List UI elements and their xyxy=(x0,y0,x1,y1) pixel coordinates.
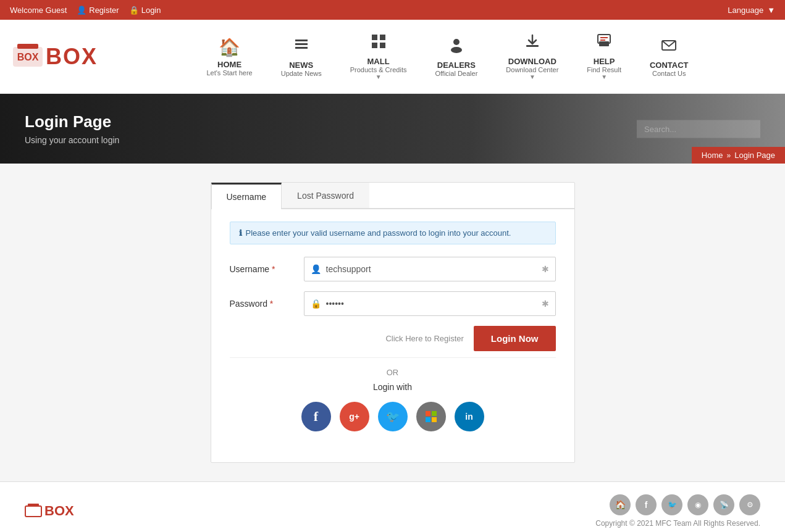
login-now-button[interactable]: Login Now xyxy=(474,326,556,351)
username-clear-icon: ✱ xyxy=(542,264,549,274)
search-input[interactable] xyxy=(637,120,760,138)
password-input[interactable] xyxy=(326,299,537,309)
svg-text:BOX: BOX xyxy=(17,52,39,62)
breadcrumb: Home » Login Page xyxy=(692,147,785,164)
footer: BOX 🏠 f 🐦 ◉ 📡 ⚙ Copyright © 2021 MFC Tea… xyxy=(0,481,785,532)
register-link[interactable]: Click Here to Register xyxy=(385,334,463,343)
user-icon: 👤 xyxy=(311,264,321,274)
linkedin-icon: in xyxy=(465,412,472,422)
news-icon xyxy=(293,36,310,58)
contact-icon xyxy=(660,36,678,58)
login-link[interactable]: 🔒 Login xyxy=(129,6,161,15)
svg-rect-3 xyxy=(295,39,308,41)
login-form: ℹ Please enter your valid username and p… xyxy=(211,209,574,462)
svg-rect-19 xyxy=(28,504,39,507)
form-actions: Click Here to Register Login Now xyxy=(230,326,556,351)
nav-news[interactable]: NEWS Update News xyxy=(270,31,333,82)
svg-rect-18 xyxy=(25,506,41,517)
register-link[interactable]: 👤 Register xyxy=(77,6,119,15)
footer-copyright: Copyright © 2021 MFC Team All Rights Res… xyxy=(595,519,760,528)
footer-twitter-btn[interactable]: 🐦 xyxy=(661,494,682,515)
svg-rect-1 xyxy=(17,44,38,49)
footer-rss-btn[interactable]: ◉ xyxy=(687,494,708,515)
svg-point-10 xyxy=(453,39,460,45)
home-icon: 🏠 xyxy=(219,37,240,57)
facebook-login-button[interactable]: f xyxy=(301,402,331,431)
nav-mall[interactable]: MALL Products & Credits ▼ xyxy=(339,28,418,85)
username-row: Username * 👤 ✱ xyxy=(230,257,556,281)
twitter-login-button[interactable]: 🐦 xyxy=(378,402,408,431)
or-divider: OR xyxy=(230,357,556,382)
nav-contact[interactable]: CONTACT Contact Us xyxy=(639,31,700,82)
login-container: Username Lost Password ℹ Please enter yo… xyxy=(211,182,575,463)
breadcrumb-current: Login Page xyxy=(734,151,775,160)
twitter-icon: 🐦 xyxy=(386,410,400,423)
password-clear-icon: ✱ xyxy=(542,299,549,309)
footer-facebook-btn[interactable]: f xyxy=(636,494,657,515)
microsoft-icon xyxy=(426,411,437,422)
facebook-icon: f xyxy=(314,409,318,425)
svg-rect-6 xyxy=(372,35,377,40)
username-required: * xyxy=(272,264,275,274)
social-icons: f g+ 🐦 in xyxy=(230,402,556,444)
main-content: Username Lost Password ℹ Please enter yo… xyxy=(0,164,785,481)
dealers-icon xyxy=(448,36,465,58)
svg-rect-12 xyxy=(526,45,539,47)
footer-feed-btn[interactable]: 📡 xyxy=(713,494,734,515)
svg-point-11 xyxy=(451,47,462,53)
logo[interactable]: BOX BOX xyxy=(12,41,98,72)
main-nav: 🏠 HOME Let's Start here NEWS Update News… xyxy=(122,28,773,85)
footer-logo: BOX xyxy=(25,502,74,520)
username-input[interactable] xyxy=(326,264,537,274)
nav-dealers[interactable]: DEALERS Official Dealer xyxy=(424,31,489,82)
login-tabs: Username Lost Password xyxy=(211,183,574,209)
mall-icon xyxy=(370,33,387,54)
login-with-label: Login with xyxy=(230,382,556,392)
info-icon: ℹ xyxy=(239,228,242,238)
welcome-text: Welcome Guest xyxy=(10,6,67,15)
password-required: * xyxy=(270,299,273,309)
top-bar-left: Welcome Guest 👤 Register 🔒 Login xyxy=(10,6,161,15)
password-row: Password * 🔒 ✱ xyxy=(230,291,556,316)
svg-rect-4 xyxy=(295,43,308,45)
chevron-down-icon: ▼ xyxy=(767,6,775,15)
svg-rect-9 xyxy=(380,43,385,48)
breadcrumb-home[interactable]: Home xyxy=(702,151,723,160)
tab-lost-password[interactable]: Lost Password xyxy=(282,183,369,208)
svg-rect-7 xyxy=(380,35,385,40)
username-input-wrapper: 👤 ✱ xyxy=(304,257,556,281)
footer-social: 🏠 f 🐦 ◉ 📡 ⚙ xyxy=(610,494,760,515)
download-icon xyxy=(524,33,541,54)
svg-rect-5 xyxy=(295,47,308,49)
svg-rect-16 xyxy=(599,41,609,46)
svg-rect-8 xyxy=(372,43,377,48)
hero-search xyxy=(637,120,760,138)
help-icon xyxy=(595,33,613,54)
lock-icon: 🔒 xyxy=(129,6,139,15)
tab-username[interactable]: Username xyxy=(211,183,282,209)
nav-home[interactable]: 🏠 HOME Let's Start here xyxy=(195,32,263,81)
hero-section: Login Page Using your account login Home… xyxy=(0,94,785,164)
microsoft-login-button[interactable] xyxy=(416,402,446,431)
breadcrumb-separator: » xyxy=(727,151,731,160)
footer-settings-btn[interactable]: ⚙ xyxy=(739,494,760,515)
linkedin-login-button[interactable]: in xyxy=(455,402,484,431)
password-input-wrapper: 🔒 ✱ xyxy=(304,291,556,316)
register-icon: 👤 xyxy=(77,6,86,15)
nav-download[interactable]: DOWNLOAD Download Center ▼ xyxy=(495,28,569,85)
top-bar: Welcome Guest 👤 Register 🔒 Login Languag… xyxy=(0,0,785,20)
info-message: ℹ Please enter your valid username and p… xyxy=(230,222,556,244)
lock-icon: 🔒 xyxy=(311,299,321,309)
language-selector[interactable]: Language ▼ xyxy=(728,6,775,15)
footer-right: 🏠 f 🐦 ◉ 📡 ⚙ Copyright © 2021 MFC Team Al… xyxy=(595,494,760,528)
nav-help[interactable]: HELP Find Result ▼ xyxy=(576,28,632,85)
header: BOX BOX 🏠 HOME Let's Start here NEWS Upd… xyxy=(0,20,785,94)
logo-text: BOX xyxy=(46,44,98,70)
username-label: Username * xyxy=(230,264,304,274)
google-plus-icon: g+ xyxy=(349,412,359,422)
google-plus-login-button[interactable]: g+ xyxy=(340,402,369,431)
footer-home-btn[interactable]: 🏠 xyxy=(610,494,631,515)
password-label: Password * xyxy=(230,299,304,309)
